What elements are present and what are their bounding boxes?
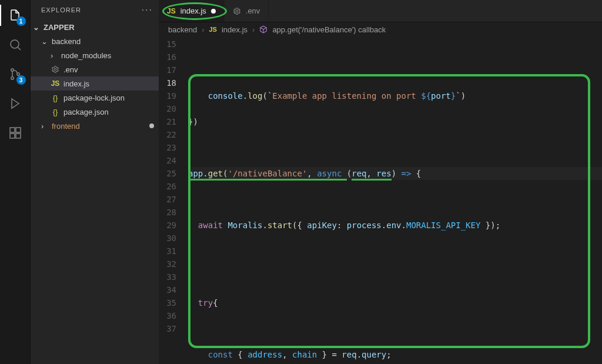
tab-bar: JS index.js .env (159, 0, 602, 22)
editor-area: JS index.js .env backend › JS index.js ›… (159, 0, 602, 364)
dirty-indicator-icon (211, 9, 216, 14)
editor[interactable]: 1516171819202122232425262728293031323334… (159, 36, 602, 364)
svg-point-1 (11, 69, 13, 71)
chevron-down-icon: ⌄ (33, 23, 40, 32)
tab-index-js[interactable]: JS index.js (159, 0, 225, 22)
svg-point-2 (11, 77, 13, 79)
sidebar-title: EXPLORER (41, 6, 81, 14)
folder-backend[interactable]: ⌄ backend (31, 34, 159, 48)
workspace-root[interactable]: ⌄ ZAPPER (31, 20, 159, 34)
chevron-right-icon: › (51, 51, 58, 60)
svg-rect-4 (10, 128, 15, 132)
chevron-right-icon: › (202, 25, 204, 34)
svg-point-3 (16, 73, 19, 75)
source-control-icon[interactable]: 3 (7, 66, 24, 82)
method-icon (259, 25, 267, 34)
modified-dot-icon (149, 123, 154, 128)
breadcrumb-segment[interactable]: backend (168, 25, 197, 34)
svg-rect-5 (10, 133, 15, 138)
file-package-lock-json[interactable]: {} package-lock.json (31, 91, 159, 105)
extensions-icon[interactable] (7, 125, 24, 141)
explorer-icon[interactable]: 1 (7, 7, 24, 24)
code-content[interactable]: 💡 console.log(`Example app listening on … (188, 36, 602, 364)
js-icon: JS (51, 79, 60, 88)
search-icon[interactable] (7, 36, 24, 53)
sidebar: EXPLORER ··· ⌄ ZAPPER ⌄ backend › node_m… (31, 0, 159, 364)
breadcrumb[interactable]: backend › JS index.js › app.get('/native… (159, 22, 602, 36)
chevron-down-icon: ⌄ (41, 37, 48, 46)
gear-icon (233, 7, 241, 15)
explorer-badge: 1 (16, 16, 26, 26)
svg-rect-6 (16, 133, 21, 138)
js-icon: JS (209, 26, 217, 33)
breadcrumb-segment[interactable]: index.js (222, 25, 248, 34)
file-tree: ⌄ ZAPPER ⌄ backend › node_modules .env J… (31, 20, 159, 133)
run-debug-icon[interactable] (7, 95, 24, 112)
file-package-json[interactable]: {} package.json (31, 105, 159, 119)
svg-point-0 (11, 40, 19, 48)
svg-point-9 (236, 10, 238, 12)
activity-bar: 1 3 (0, 0, 31, 364)
breadcrumb-segment[interactable]: app.get('/nativeBalance') callback (272, 25, 386, 34)
sidebar-header: EXPLORER ··· (31, 0, 159, 20)
gear-icon (51, 65, 60, 74)
tab-label: .env (246, 6, 260, 15)
js-icon: JS (167, 7, 176, 15)
file-index-js[interactable]: JS index.js (31, 76, 159, 91)
svg-rect-7 (16, 128, 21, 132)
svg-point-8 (54, 68, 56, 71)
tab-label: index.js (180, 6, 206, 15)
file-env[interactable]: .env (31, 62, 159, 76)
more-icon[interactable]: ··· (142, 5, 153, 15)
tab-env[interactable]: .env (225, 0, 269, 22)
chevron-right-icon: › (41, 122, 48, 131)
line-number-gutter: 1516171819202122232425262728293031323334… (159, 36, 188, 364)
folder-frontend[interactable]: › frontend (31, 119, 159, 133)
json-icon: {} (51, 93, 60, 102)
json-icon: {} (51, 108, 60, 116)
folder-node-modules[interactable]: › node_modules (31, 48, 159, 62)
chevron-right-icon: › (252, 25, 255, 34)
scm-badge: 3 (16, 75, 26, 85)
